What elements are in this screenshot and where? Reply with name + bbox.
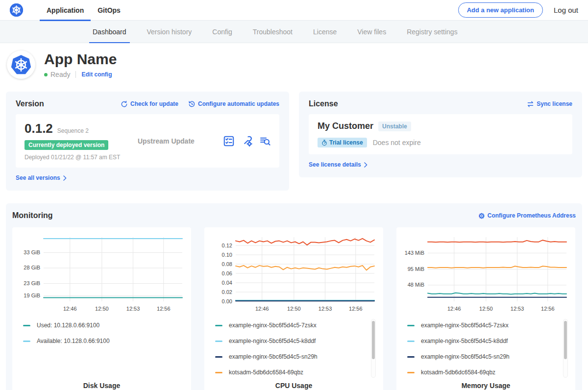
see-all-versions-label: See all versions <box>16 174 60 181</box>
edit-config-link[interactable]: Edit config <box>81 71 112 78</box>
app-title-block: App Name Ready Edit config <box>44 51 117 78</box>
subnav-tab-registry-settings[interactable]: Registry settings <box>396 21 467 43</box>
chart-title: CPU Usage <box>210 382 377 390</box>
svg-text:28 GiB: 28 GiB <box>24 265 40 270</box>
svg-text:33 GiB: 33 GiB <box>24 249 40 255</box>
legend-swatch-icon <box>407 372 415 373</box>
page-title: App Name <box>44 51 117 67</box>
chart-title: Disk Usage <box>18 382 185 390</box>
chart-legend: example-nginx-5bc6f5d4c5-7zskxexample-ng… <box>210 319 377 376</box>
version-card: Version Check for update <box>6 92 289 191</box>
customer-name: My Customer <box>318 121 373 131</box>
version-number: 0.1.2 <box>24 121 53 136</box>
license-info-card: My Customer Unstable Trial license Does … <box>309 114 572 154</box>
svg-text:0.08: 0.08 <box>222 261 232 267</box>
add-application-button[interactable]: Add a new application <box>458 2 543 18</box>
chevron-right-icon <box>364 162 368 168</box>
legend-label: kotsadm-5db6dc6584-69qbz <box>229 369 303 376</box>
subnav-tab-troubleshoot[interactable]: Troubleshoot <box>243 21 303 43</box>
legend-label: example-nginx-5bc6f5d4c5-k8ddf <box>421 338 508 344</box>
legend-item-example-nginx-5bc6f5d4c5-k8ddf: example-nginx-5bc6f5d4c5-k8ddf <box>215 338 377 344</box>
version-card-title: Version <box>16 99 44 108</box>
legend-item-example-nginx-5bc6f5d4c5-sn29h: example-nginx-5bc6f5d4c5-sn29h <box>407 353 569 360</box>
preflight-checklist-icon[interactable] <box>223 136 234 146</box>
legend-item-example-nginx-5bc6f5d4c5-7zskx: example-nginx-5bc6f5d4c5-7zskx <box>215 322 377 329</box>
svg-text:143 MiB: 143 MiB <box>405 250 424 256</box>
svg-text:23 GiB: 23 GiB <box>24 280 40 286</box>
subnav-tab-view-files[interactable]: View files <box>347 21 396 43</box>
svg-text:19 GiB: 19 GiB <box>24 292 40 298</box>
currently-deployed-badge: Currently deployed version <box>24 140 108 150</box>
legend-label: kotsadm-5db6dc6584-69qbz <box>421 369 495 376</box>
chart-title: Memory Usage <box>402 382 569 390</box>
deployed-timestamp: Deployed 01/21/22 @ 11:57 am EST <box>24 154 138 161</box>
svg-text:0.06: 0.06 <box>222 270 232 276</box>
app-avatar <box>7 50 35 79</box>
legend-item-available-10-128-0-66-9100: Available: 10.128.0.66:9100 <box>23 338 185 344</box>
config-wrench-icon[interactable] <box>242 136 252 146</box>
legend-scrollbar-thumb[interactable] <box>564 321 567 359</box>
svg-text:12:53: 12:53 <box>318 306 332 312</box>
svg-text:12:56: 12:56 <box>541 306 555 312</box>
legend-label: Available: 10.128.0.66:9100 <box>37 338 110 344</box>
svg-text:12:50: 12:50 <box>479 306 493 312</box>
legend-scrollbar-thumb[interactable] <box>372 321 375 359</box>
version-card-links: Check for update Configure automatic upd… <box>121 100 279 108</box>
topnav-tab-gitops[interactable]: GitOps <box>91 0 127 21</box>
configure-automatic-updates-label: Configure automatic updates <box>198 100 279 107</box>
subnav-tab-dashboard[interactable]: Dashboard <box>82 21 137 43</box>
svg-text:12:46: 12:46 <box>255 306 269 312</box>
chart-card-memory-usage: 48 MiB95 MiB143 MiB12:4612:5012:5312:56 … <box>396 227 575 390</box>
gear-icon: ⚙ <box>478 212 485 219</box>
channel-badge: Unstable <box>378 122 411 131</box>
sync-license-link[interactable]: Sync license <box>527 100 572 108</box>
logout-button[interactable]: Log out <box>554 6 578 14</box>
chart-plot-svg: 48 MiB95 MiB143 MiB12:4612:5012:5312:56 <box>402 233 569 314</box>
view-logs-search-icon[interactable] <box>260 136 270 146</box>
chart-plot-area: 19 GiB23 GiB28 GiB33 GiB12:4612:5012:531… <box>18 233 185 316</box>
legend-item-kotsadm-5db6dc6584-69qbz: kotsadm-5db6dc6584-69qbz <box>215 369 377 376</box>
app-header: App Name Ready Edit config <box>0 43 588 88</box>
subnav-tab-license[interactable]: License <box>303 21 347 43</box>
chart-legend-area: Used: 10.128.0.66:9100Available: 10.128.… <box>18 319 185 382</box>
svg-text:0.12: 0.12 <box>222 243 232 248</box>
legend-item-used-10-128-0-66-9100: Used: 10.128.0.66:9100 <box>23 322 185 329</box>
current-version-card: 0.1.2 Sequence 2 Currently deployed vers… <box>16 114 279 168</box>
configure-automatic-updates-link[interactable]: Configure automatic updates <box>188 100 279 108</box>
subnav-tab-version-history[interactable]: Version history <box>137 21 202 43</box>
subnav-tab-config[interactable]: Config <box>202 21 242 43</box>
legend-swatch-icon <box>23 341 30 342</box>
check-for-update-label: Check for update <box>130 100 178 107</box>
kubernetes-logo-icon <box>10 3 23 17</box>
stopwatch-icon <box>321 140 327 146</box>
legend-label: example-nginx-5bc6f5d4c5-7zskx <box>421 322 509 329</box>
legend-swatch-icon <box>215 356 222 358</box>
clock-refresh-icon <box>188 100 196 108</box>
svg-text:12:46: 12:46 <box>447 306 461 312</box>
version-source: Upstream Update <box>138 137 223 145</box>
topnav-tabs: ApplicationGitOps <box>40 0 127 21</box>
svg-text:0.02: 0.02 <box>222 289 232 295</box>
check-for-update-link[interactable]: Check for update <box>121 100 178 108</box>
legend-item-kotsadm-5db6dc6584-69qbz: kotsadm-5db6dc6584-69qbz <box>407 369 569 376</box>
configure-prometheus-link[interactable]: ⚙ Configure Prometheus Address <box>478 212 576 219</box>
status-badge: Ready <box>50 71 70 78</box>
see-all-versions-link[interactable]: See all versions <box>16 174 67 181</box>
see-license-details-label: See license details <box>309 161 361 168</box>
status-ready-dot-icon <box>44 73 48 76</box>
see-license-details-link[interactable]: See license details <box>309 161 368 168</box>
svg-text:12:53: 12:53 <box>511 306 524 312</box>
version-sequence: Sequence 2 <box>57 127 89 134</box>
license-card-title: License <box>309 99 338 108</box>
legend-label: example-nginx-5bc6f5d4c5-sn29h <box>421 353 510 360</box>
legend-swatch-icon <box>407 341 415 342</box>
chart-legend-area: example-nginx-5bc6f5d4c5-7zskxexample-ng… <box>402 319 569 382</box>
chart-plot-svg: 0.000.020.040.060.080.100.1212:4612:5012… <box>210 233 377 314</box>
legend-label: example-nginx-5bc6f5d4c5-sn29h <box>229 353 318 360</box>
cards-row: Version Check for update <box>0 88 588 191</box>
legend-label: example-nginx-5bc6f5d4c5-7zskx <box>229 322 317 329</box>
topnav-tab-application[interactable]: Application <box>40 0 91 21</box>
svg-text:12:46: 12:46 <box>63 306 77 312</box>
chart-card-cpu-usage: 0.000.020.040.060.080.100.1212:4612:5012… <box>204 227 383 390</box>
chart-plot-area: 0.000.020.040.060.080.100.1212:4612:5012… <box>210 233 377 316</box>
